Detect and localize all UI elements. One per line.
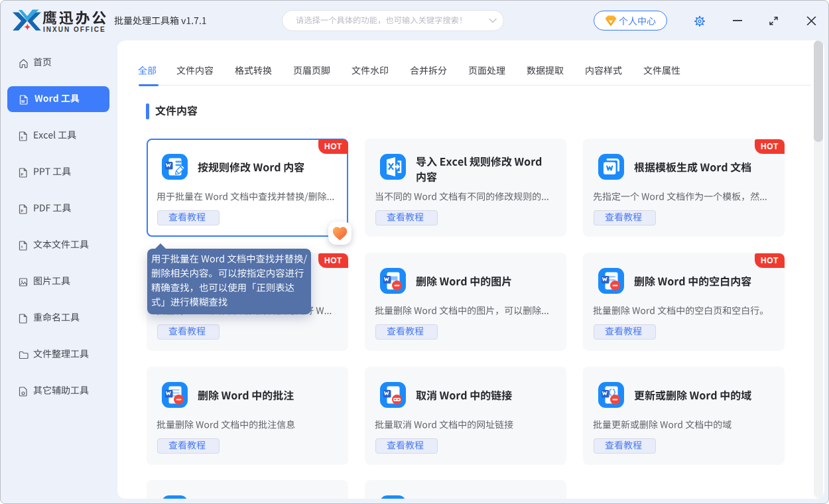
svg-text:x: x	[21, 135, 23, 139]
svg-text:p: p	[21, 172, 23, 176]
svg-text:w: w	[21, 99, 25, 103]
svg-text:p: p	[21, 208, 23, 212]
svg-text:t: t	[21, 245, 23, 249]
